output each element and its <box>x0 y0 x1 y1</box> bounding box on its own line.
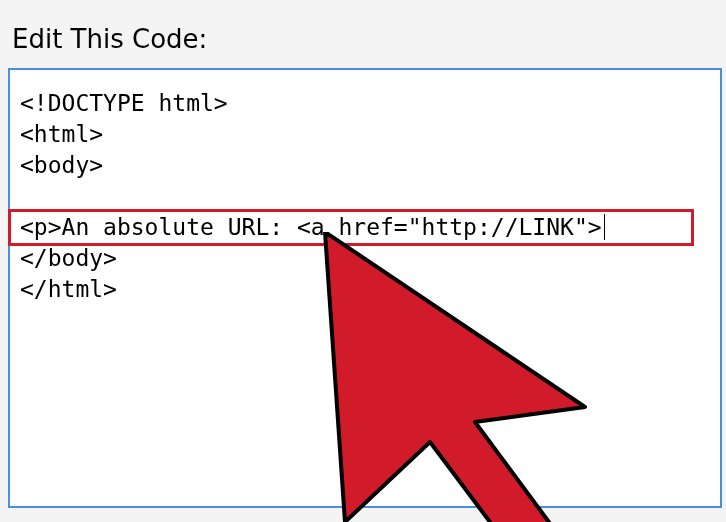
code-editor[interactable]: <!DOCTYPE html> <html> <body> <p>An abso… <box>8 68 722 508</box>
code-line-1: <!DOCTYPE html> <box>20 88 710 119</box>
code-line-6: </body> <box>20 243 710 274</box>
code-line-5: <p>An absolute URL: <a href="http://LINK… <box>20 214 602 240</box>
code-line-2: <html> <box>20 119 710 150</box>
blank-line <box>20 181 710 212</box>
page-title: Edit This Code: <box>0 0 726 68</box>
text-caret-icon <box>604 214 605 240</box>
code-line-7: </html> <box>20 274 710 305</box>
code-line-3: <body> <box>20 150 710 181</box>
